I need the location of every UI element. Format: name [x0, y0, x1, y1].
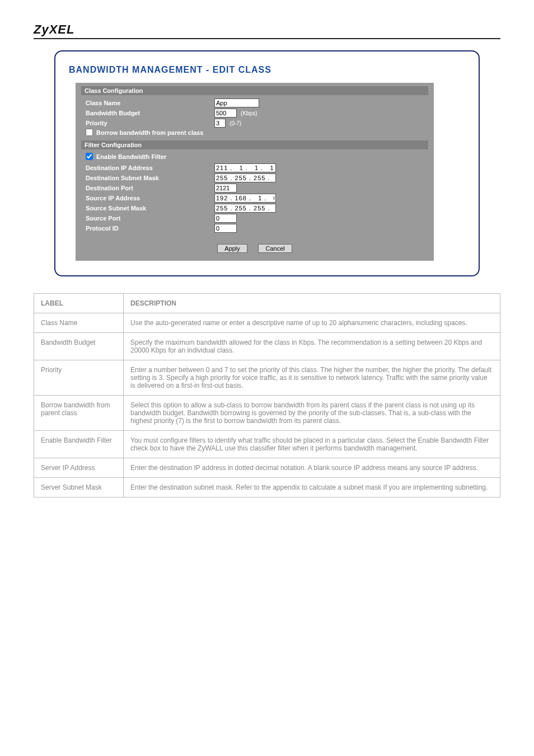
src-ip-label: Source IP Address — [86, 195, 214, 201]
page-title: BANDWIDTH MANAGEMENT - EDIT CLASS — [69, 65, 469, 75]
dest-port-label: Destination Port — [86, 185, 214, 191]
defs-row-label: Server IP Address — [34, 458, 124, 478]
section-class-config-header: Class Configuration — [81, 86, 428, 95]
table-row: Server Subnet MaskEnter the destination … — [34, 478, 500, 497]
defs-row-desc: You must configure filters to identify w… — [124, 431, 500, 458]
defs-row-label: Enable Bandwidth Filter — [34, 431, 124, 458]
defs-header-desc: DESCRIPTION — [124, 294, 500, 313]
defs-row-label: Bandwidth Budget — [34, 333, 124, 360]
priority-label: Priority — [86, 120, 214, 126]
class-name-label: Class Name — [86, 100, 214, 106]
borrow-checkbox[interactable] — [86, 129, 93, 136]
defs-header-label: LABEL — [34, 294, 124, 313]
src-port-input[interactable] — [214, 214, 237, 223]
enable-filter-label: Enable Bandwidth Filter — [96, 153, 166, 160]
defs-row-label: Server Subnet Mask — [34, 478, 124, 497]
src-ip-input[interactable] — [214, 194, 276, 203]
section-filter-config-header: Filter Configuration — [81, 140, 428, 149]
table-row: Borrow bandwidth from parent classSelect… — [34, 396, 500, 431]
priority-hint: (0-7) — [229, 120, 241, 126]
dest-mask-input[interactable] — [214, 173, 276, 182]
table-row: Server IP AddressEnter the destination I… — [34, 458, 500, 478]
enable-filter-checkbox[interactable] — [86, 153, 93, 160]
borrow-label: Borrow bandwidth from parent class — [96, 129, 203, 136]
defs-row-label: Class Name — [34, 313, 124, 333]
apply-button[interactable]: Apply — [217, 244, 247, 253]
table-row: Class NameUse the auto-generated name or… — [34, 313, 500, 333]
src-mask-input[interactable] — [214, 204, 276, 213]
dest-port-input[interactable] — [214, 184, 237, 192]
dest-ip-input[interactable] — [214, 163, 276, 172]
dest-mask-label: Destination Subnet Mask — [86, 175, 214, 181]
protocol-id-label: Protocol ID — [86, 225, 214, 232]
bandwidth-unit: (Kbps) — [241, 110, 257, 116]
defs-row-label: Borrow bandwidth from parent class — [34, 396, 124, 431]
definitions-table: LABEL DESCRIPTION Class NameUse the auto… — [34, 293, 500, 497]
defs-row-label: Priority — [34, 360, 124, 396]
src-mask-label: Source Subnet Mask — [86, 205, 214, 212]
defs-row-desc: Enter the destination IP address in dott… — [124, 458, 500, 478]
screenshot-panel: BANDWIDTH MANAGEMENT - EDIT CLASS Class … — [54, 50, 480, 276]
bandwidth-budget-label: Bandwidth Budget — [86, 110, 214, 116]
src-port-label: Source Port — [86, 215, 214, 222]
defs-row-desc: Enter the destination subnet mask. Refer… — [124, 478, 500, 497]
table-row: Bandwidth BudgetSpecify the maximum band… — [34, 333, 500, 360]
brand-logo: ZyXEL — [34, 22, 500, 39]
defs-row-desc: Enter a number between 0 and 7 to set th… — [124, 360, 500, 396]
defs-row-desc: Select this option to allow a sub-class … — [124, 396, 500, 431]
class-name-input[interactable] — [214, 98, 259, 107]
priority-input[interactable] — [214, 119, 226, 128]
dest-ip-label: Destination IP Address — [86, 165, 214, 171]
bandwidth-budget-input[interactable] — [214, 109, 237, 118]
protocol-id-input[interactable] — [214, 224, 237, 233]
cancel-button[interactable]: Cancel — [258, 244, 292, 253]
defs-row-desc: Use the auto-generated name or enter a d… — [124, 313, 500, 333]
defs-row-desc: Specify the maximum bandwidth allowed fo… — [124, 333, 500, 360]
config-panel: Class Configuration Class Name Bandwidth… — [76, 83, 434, 261]
table-row: Enable Bandwidth FilterYou must configur… — [34, 431, 500, 458]
table-row: PriorityEnter a number between 0 and 7 t… — [34, 360, 500, 396]
